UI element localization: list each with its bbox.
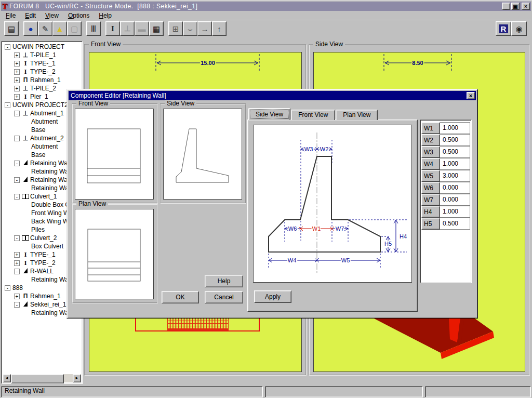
parameter-value-cell[interactable]: 0.000 <box>440 194 470 206</box>
tree-expander-icon[interactable]: - <box>5 102 10 108</box>
tree-expander-icon[interactable]: - <box>14 302 20 308</box>
dim-label-w6: W6 <box>288 225 297 232</box>
tree-node-icon: I <box>22 250 29 259</box>
scrollbar-track[interactable] <box>64 374 73 382</box>
toolbar: ▤ ● ✎ ▲ ▢ Ⅲ <box>1 20 531 37</box>
dialog-side-view-canvas <box>163 109 242 200</box>
tree-item-label: TYPE-_1 <box>30 251 56 258</box>
minimize-button[interactable]: _ <box>502 3 510 10</box>
parameter-name-button[interactable]: W1 <box>421 122 440 134</box>
dialog-close-button[interactable]: × <box>467 92 475 99</box>
tree-item-label: Retaining Wa <box>31 168 69 175</box>
parameter-name-button[interactable]: W5 <box>421 170 440 182</box>
toolbar-icon: Ⅲ <box>91 25 96 33</box>
t-beam-button[interactable]: I <box>105 21 120 36</box>
parameter-value-cell[interactable]: 1.000 <box>440 122 470 134</box>
tree-item[interactable]: + Π Rahmen_1 <box>3 76 81 84</box>
parameter-value-cell[interactable]: 3.000 <box>440 170 470 182</box>
import-arrow-button[interactable]: ↑ <box>212 21 227 36</box>
parameter-value-cell[interactable]: 0.500 <box>440 218 470 230</box>
tree-expander-icon[interactable]: - <box>5 44 10 50</box>
close-button[interactable]: × <box>522 3 530 10</box>
tree-expander-icon[interactable]: - <box>14 269 20 274</box>
tree-item-label: Retaining Wa <box>31 276 69 283</box>
parameter-name-button[interactable]: H4 <box>421 206 440 218</box>
report-edit-button[interactable]: ✎ <box>38 21 52 36</box>
parameter-value-cell[interactable]: 1.000 <box>440 158 470 170</box>
restore-button[interactable]: ▣ <box>511 3 520 10</box>
retaining-wall-button[interactable]: ⌣ <box>183 21 197 36</box>
side-view-dimension: 8.50 <box>314 52 525 84</box>
tree-expander-icon[interactable]: - <box>14 161 20 166</box>
selection-button[interactable]: ▢ <box>67 21 82 36</box>
tree-item[interactable]: - UCWIN PROJECT <box>3 43 81 51</box>
parameter-name-button[interactable]: W7 <box>421 194 440 206</box>
tree-item-label: Rahmen_1 <box>30 76 61 84</box>
tree-node-icon <box>22 235 29 241</box>
component-editor-dialog: Component Editor [Retaining Wall] × Fron… <box>66 89 478 319</box>
tree-item[interactable]: + ⊥ T-PILE_1 <box>3 51 81 59</box>
scrollbar-thumb[interactable] <box>11 374 64 383</box>
save-button[interactable]: ▤ <box>4 21 19 36</box>
tree-expander-icon[interactable]: - <box>14 177 20 183</box>
title-bar: T FORUM 8 UC-win/RC - Structure Mode. [8… <box>1 2 531 11</box>
view-tab[interactable]: Plan View <box>336 110 378 120</box>
ok-button[interactable]: OK <box>162 291 199 303</box>
help-button[interactable]: Help <box>205 275 243 287</box>
tree-expander-icon[interactable]: + <box>14 294 20 299</box>
parameter-name-button[interactable]: W2 <box>421 134 440 146</box>
culvert-button[interactable]: ⊞ <box>168 21 183 36</box>
dialog-front-view-title: Front View <box>76 100 110 107</box>
tree-expander-icon[interactable]: + <box>14 52 20 58</box>
menu-item[interactable]: Edit <box>20 11 41 20</box>
tree-expander-icon[interactable]: + <box>14 86 20 91</box>
status-message: Retaining Wall <box>1 386 263 397</box>
parameter-value-cell[interactable]: 1.000 <box>440 206 470 218</box>
parameter-name-button[interactable]: W6 <box>421 182 440 194</box>
frame-model-button[interactable]: ▬ <box>135 21 149 36</box>
view-tab[interactable]: Front View <box>291 110 335 120</box>
help-book-button[interactable]: R <box>496 21 511 36</box>
parameter-value-cell[interactable]: 0.500 <box>440 134 470 146</box>
cancel-button[interactable]: Cancel <box>205 291 243 303</box>
front-view-panel-title: Front View <box>89 41 123 48</box>
parameter-name-button[interactable]: W4 <box>421 158 440 170</box>
tree-item[interactable]: + I TYPE-_1 <box>3 59 81 68</box>
pier-column-button[interactable]: Ⅲ <box>86 21 101 36</box>
menu-item[interactable]: Help <box>94 11 116 20</box>
tree-expander-icon[interactable]: - <box>14 136 20 141</box>
menu-item[interactable]: View <box>41 11 63 20</box>
export-arrow-button[interactable]: → <box>197 21 212 36</box>
tree-expander-icon[interactable]: + <box>14 252 20 258</box>
parameter-name-button[interactable]: W3 <box>421 146 440 158</box>
parameter-name-button[interactable]: H5 <box>421 218 440 230</box>
tree-expander-icon[interactable]: - <box>14 194 20 200</box>
tree-expander-icon[interactable]: + <box>14 61 20 67</box>
tree-expander-icon[interactable]: + <box>14 260 20 266</box>
tree-expander-icon[interactable]: - <box>5 285 10 291</box>
snapshot-camera-button[interactable]: ◉ <box>511 21 527 36</box>
apply-button[interactable]: Apply <box>254 290 291 303</box>
parameter-value-cell[interactable]: 0.500 <box>440 146 470 158</box>
toolbar-icon: R <box>499 24 509 33</box>
grid-button[interactable]: ▦ <box>149 21 164 36</box>
menu-item[interactable]: File <box>1 11 20 20</box>
toolbar-icon: ⊞ <box>172 25 179 33</box>
tree-expander-icon[interactable]: + <box>14 69 20 75</box>
world-view-button[interactable]: ● <box>23 21 38 36</box>
tree-item[interactable]: + I TYPE-_2 <box>3 68 81 76</box>
tree-item-label: TYPE-_2 <box>30 259 56 267</box>
tree-expander-icon[interactable]: + <box>14 77 20 83</box>
status-bar: Retaining Wall <box>1 385 531 396</box>
tree-node-icon: I <box>22 68 29 76</box>
scroll-right-arrow[interactable]: ► <box>73 374 81 382</box>
tree-expander-icon[interactable]: - <box>14 235 20 241</box>
pile-button[interactable]: ⊥ <box>120 21 135 36</box>
view-tab[interactable]: Side View <box>248 108 290 120</box>
document-view-button[interactable]: ▲ <box>52 21 67 36</box>
tree-expander-icon[interactable]: + <box>14 94 20 100</box>
scroll-left-arrow[interactable]: ◄ <box>3 374 11 382</box>
tree-expander-icon[interactable]: - <box>14 111 20 116</box>
parameter-value-cell[interactable]: 0.000 <box>440 182 470 194</box>
menu-item[interactable]: Options <box>63 11 94 20</box>
